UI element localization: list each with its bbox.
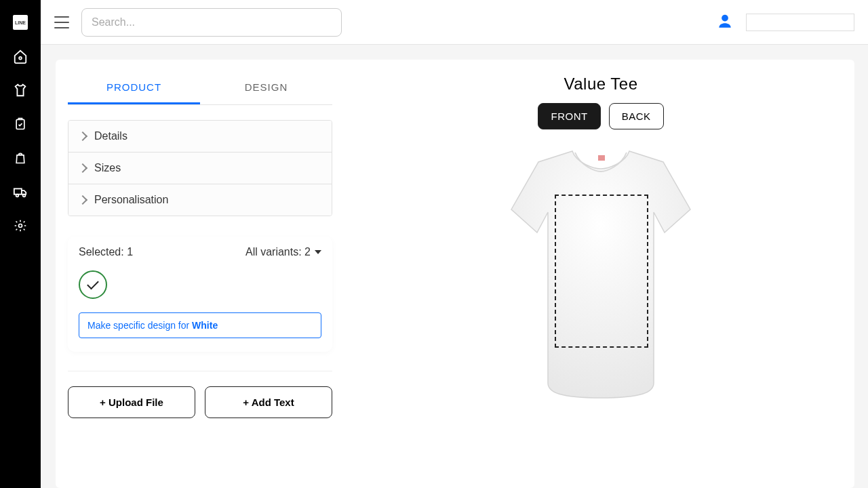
accordion-personalisation[interactable]: Personalisation [68, 184, 332, 216]
variant-card: Selected: 1 All variants: 2 Make specifi… [68, 237, 332, 352]
view-back-button[interactable]: BACK [609, 103, 664, 129]
svg-rect-2 [14, 188, 22, 194]
view-front-button[interactable]: FRONT [538, 103, 600, 129]
topbar [41, 0, 868, 45]
add-text-button[interactable]: + Add Text [205, 386, 332, 418]
svg-point-6 [722, 14, 728, 21]
make-specific-design-button[interactable]: Make specific design for White [79, 312, 321, 338]
svg-point-5 [19, 224, 22, 228]
color-swatch-white[interactable] [79, 270, 107, 299]
sidebar-rail: LINE [0, 0, 41, 488]
chevron-down-icon [315, 250, 321, 254]
tab-design[interactable]: DESIGN [200, 72, 332, 104]
check-icon [87, 277, 99, 289]
accordion-label: Personalisation [94, 194, 168, 206]
gear-icon[interactable] [13, 218, 28, 233]
specific-color: White [192, 320, 218, 331]
chevron-right-icon [78, 195, 87, 205]
right-panel: Value Tee FRONT BACK [359, 72, 842, 476]
accordion: Details Sizes Personalisation [68, 120, 332, 216]
action-row: + Upload File + Add Text [68, 371, 332, 418]
logo: LINE [13, 15, 28, 30]
tabs: PRODUCT DESIGN [68, 72, 332, 105]
svg-point-0 [19, 57, 22, 60]
shopping-bag-icon[interactable] [13, 150, 28, 165]
accordion-details[interactable]: Details [68, 121, 332, 152]
main-content: PRODUCT DESIGN Details Sizes Personalisa… [56, 60, 854, 488]
accordion-label: Sizes [94, 162, 121, 174]
search-input[interactable] [81, 8, 342, 37]
menu-toggle-icon[interactable] [54, 16, 69, 28]
variants-dropdown-label: All variants: 2 [245, 246, 311, 258]
home-icon[interactable] [13, 49, 28, 64]
clipboard-icon[interactable] [13, 117, 28, 131]
specific-prefix: Make specific design for [87, 320, 192, 331]
selected-count: Selected: 1 [79, 246, 133, 258]
product-mockup[interactable] [506, 146, 696, 403]
product-title: Value Tee [564, 75, 637, 94]
chevron-right-icon [78, 131, 87, 141]
left-panel: PRODUCT DESIGN Details Sizes Personalisa… [68, 72, 332, 476]
svg-point-3 [16, 195, 19, 197]
chevron-right-icon [78, 163, 87, 173]
truck-icon[interactable] [13, 184, 28, 199]
variants-dropdown[interactable]: All variants: 2 [245, 246, 321, 258]
tshirt-icon[interactable] [13, 83, 28, 98]
upload-file-button[interactable]: + Upload File [68, 386, 195, 418]
print-area[interactable] [555, 195, 648, 348]
svg-rect-7 [598, 155, 605, 161]
user-icon[interactable] [716, 12, 734, 33]
view-toggle: FRONT BACK [538, 103, 663, 129]
svg-rect-1 [16, 119, 24, 129]
tab-product[interactable]: PRODUCT [68, 72, 200, 104]
svg-point-4 [23, 195, 26, 197]
accordion-label: Details [94, 130, 127, 142]
header-field[interactable] [746, 14, 854, 31]
accordion-sizes[interactable]: Sizes [68, 152, 332, 184]
